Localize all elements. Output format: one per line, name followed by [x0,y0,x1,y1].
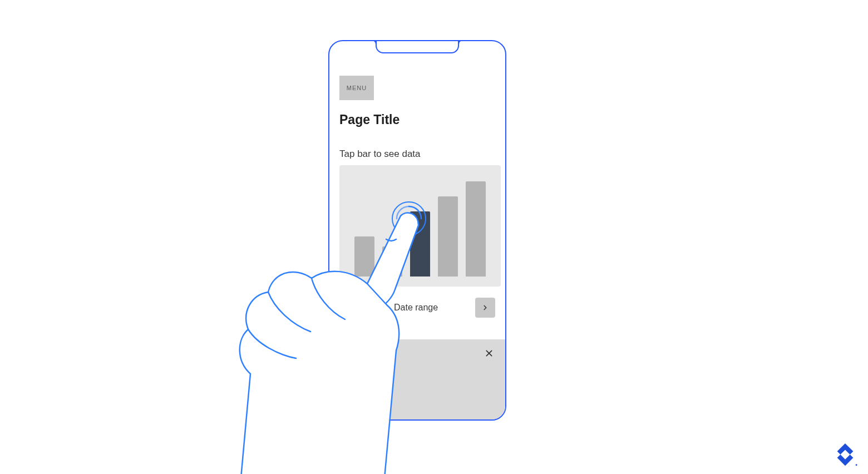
chart-bar[interactable] [438,196,458,276]
date-range-row: Date range [339,298,495,318]
menu-button-label: MENU [347,85,367,91]
chart-bar[interactable] [410,211,430,276]
date-range-label: Date range [394,303,438,313]
close-sheet-button[interactable] [483,347,495,359]
brand-logo-icon [832,442,858,467]
chart-bar[interactable] [466,181,486,276]
menu-button[interactable]: MENU [339,76,374,100]
page-title: Page Title [339,112,495,127]
bottom-sheet [329,339,505,419]
chevron-right-icon [481,304,489,312]
phone-frame: MENU Page Title Tap bar to see data Date… [328,40,506,421]
svg-point-3 [856,464,857,466]
chart-hint: Tap bar to see data [339,149,495,160]
chart-bar[interactable] [382,246,402,276]
illustration-stage: MENU Page Title Tap bar to see data Date… [0,0,868,474]
close-icon [485,349,494,358]
date-range-next-button[interactable] [475,298,495,318]
chart-bar[interactable] [354,236,374,276]
bar-chart[interactable] [339,165,501,287]
